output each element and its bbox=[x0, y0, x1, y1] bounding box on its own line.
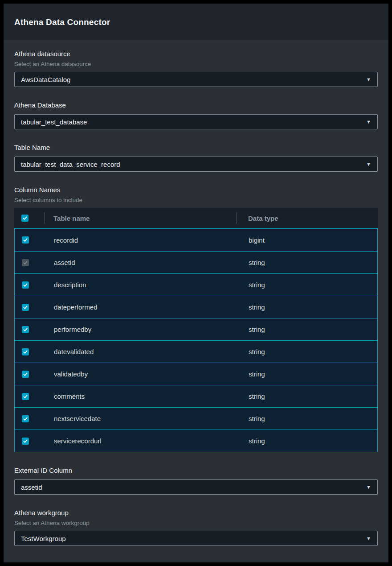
check-icon bbox=[23, 394, 28, 399]
external-id-label: External ID Column bbox=[14, 467, 378, 474]
check-icon bbox=[23, 372, 28, 377]
table-row[interactable]: dateperformed string bbox=[15, 296, 377, 318]
column-name-cell: description bbox=[45, 281, 237, 289]
columns-table: Table name Data type recordid bigint a bbox=[14, 208, 378, 452]
table-row[interactable]: performedby string bbox=[15, 318, 377, 340]
table-row[interactable]: nextservicedate string bbox=[15, 407, 377, 430]
table-row[interactable]: comments string bbox=[15, 385, 377, 407]
table-row[interactable]: validatedby string bbox=[15, 363, 377, 385]
table-name-label: Table Name bbox=[14, 144, 378, 151]
column-names-label: Column Names bbox=[14, 186, 378, 194]
row-checkbox[interactable] bbox=[22, 348, 29, 355]
chevron-down-icon: ▼ bbox=[366, 536, 371, 541]
row-checkbox-cell bbox=[15, 415, 45, 422]
panel-body: Athena datasource Select an Athena datas… bbox=[4, 41, 388, 562]
column-header-type: Data type bbox=[236, 208, 378, 228]
row-checkbox-cell bbox=[15, 326, 45, 333]
row-checkbox[interactable] bbox=[22, 326, 29, 333]
table-row[interactable]: servicerecordurl string bbox=[15, 430, 377, 452]
field-external-id-column: External ID Column assetid ▼ bbox=[14, 467, 378, 495]
field-athena-database: Athena Database tabular_test_database ▼ bbox=[14, 101, 378, 129]
chevron-down-icon: ▼ bbox=[366, 162, 371, 167]
row-checkbox-cell bbox=[15, 438, 45, 445]
field-table-name: Table Name tabular_test_data_service_rec… bbox=[14, 144, 378, 172]
workgroup-description: Select an Athena workgroup bbox=[14, 520, 378, 526]
select-all-checkbox[interactable] bbox=[21, 215, 29, 222]
panel-header: Athena Data Connector bbox=[4, 4, 388, 41]
check-icon bbox=[23, 237, 28, 243]
column-type-cell: bigint bbox=[237, 236, 377, 244]
row-checkbox-cell bbox=[15, 259, 45, 266]
table-name-select-value: tabular_test_data_service_record bbox=[21, 161, 120, 168]
athena-connector-page: Athena Data Connector Athena datasource … bbox=[0, 0, 392, 566]
connector-panel: Athena Data Connector Athena datasource … bbox=[4, 4, 388, 562]
column-name-cell: dateperformed bbox=[45, 303, 237, 311]
row-checkbox[interactable] bbox=[22, 304, 29, 311]
external-id-select[interactable]: assetid ▼ bbox=[14, 479, 378, 495]
columns-table-header: Table name Data type bbox=[14, 208, 378, 228]
column-name-cell: datevalidated bbox=[45, 348, 237, 355]
row-checkbox[interactable] bbox=[22, 415, 29, 422]
column-type-cell: string bbox=[237, 326, 377, 333]
row-checkbox[interactable] bbox=[22, 236, 29, 244]
chevron-down-icon: ▼ bbox=[366, 120, 371, 124]
column-type-cell: string bbox=[237, 415, 377, 422]
field-column-names: Column Names Select columns to include T… bbox=[14, 186, 378, 452]
workgroup-label: Athena workgroup bbox=[14, 509, 378, 516]
chevron-down-icon: ▼ bbox=[366, 485, 371, 490]
column-type-cell: string bbox=[237, 259, 377, 266]
check-icon bbox=[23, 349, 28, 355]
workgroup-select[interactable]: TestWorkgroup ▼ bbox=[14, 531, 378, 546]
datasource-select-value: AwsDataCatalog bbox=[21, 76, 70, 83]
column-type-cell: string bbox=[237, 370, 377, 378]
column-header-name: Table name bbox=[44, 208, 236, 228]
datasource-label: Athena datasource bbox=[14, 50, 378, 58]
row-checkbox[interactable] bbox=[22, 393, 29, 400]
row-checkbox[interactable] bbox=[22, 438, 29, 445]
check-icon bbox=[23, 438, 28, 444]
datasource-select[interactable]: AwsDataCatalog ▼ bbox=[14, 72, 378, 87]
row-checkbox-cell bbox=[15, 348, 45, 355]
table-row[interactable]: recordid bigint bbox=[15, 229, 377, 251]
column-type-cell: string bbox=[237, 392, 377, 400]
table-row[interactable]: assetid string bbox=[15, 251, 377, 273]
column-name-cell: nextservicedate bbox=[45, 415, 237, 422]
column-name-cell: performedby bbox=[45, 326, 237, 333]
field-athena-workgroup: Athena workgroup Select an Athena workgr… bbox=[14, 509, 378, 546]
select-all-cell bbox=[14, 215, 44, 222]
columns-table-body: recordid bigint assetid string descripti… bbox=[14, 228, 378, 452]
column-type-cell: string bbox=[237, 437, 377, 445]
row-checkbox[interactable] bbox=[22, 371, 29, 378]
column-type-cell: string bbox=[237, 281, 377, 289]
external-id-select-value: assetid bbox=[21, 483, 42, 491]
page-title: Athena Data Connector bbox=[14, 17, 110, 27]
row-checkbox-cell bbox=[15, 281, 45, 289]
check-icon bbox=[23, 260, 28, 265]
row-checkbox[interactable] bbox=[22, 281, 29, 289]
column-name-cell: recordid bbox=[45, 236, 237, 244]
table-row[interactable]: datevalidated string bbox=[15, 340, 377, 363]
check-icon bbox=[23, 305, 28, 310]
column-name-cell: servicerecordurl bbox=[45, 437, 237, 445]
check-icon bbox=[23, 327, 28, 332]
row-checkbox-cell bbox=[15, 236, 45, 244]
column-type-cell: string bbox=[237, 348, 377, 355]
row-checkbox bbox=[22, 259, 29, 266]
column-name-cell: validatedby bbox=[45, 370, 237, 378]
field-athena-datasource: Athena datasource Select an Athena datas… bbox=[14, 50, 378, 87]
workgroup-select-value: TestWorkgroup bbox=[21, 535, 66, 542]
table-name-select[interactable]: tabular_test_data_service_record ▼ bbox=[14, 157, 378, 172]
row-checkbox-cell bbox=[15, 371, 45, 378]
database-select[interactable]: tabular_test_database ▼ bbox=[14, 114, 378, 129]
row-checkbox-cell bbox=[15, 393, 45, 400]
datasource-description: Select an Athena datasource bbox=[14, 61, 378, 67]
column-name-cell: assetid bbox=[45, 259, 237, 266]
column-names-description: Select columns to include bbox=[14, 197, 378, 203]
database-label: Athena Database bbox=[14, 101, 378, 109]
check-icon bbox=[22, 215, 28, 221]
chevron-down-icon: ▼ bbox=[366, 77, 371, 82]
column-name-cell: comments bbox=[45, 392, 237, 400]
database-select-value: tabular_test_database bbox=[21, 118, 87, 126]
table-row[interactable]: description string bbox=[15, 273, 377, 296]
row-checkbox-cell bbox=[15, 304, 45, 311]
